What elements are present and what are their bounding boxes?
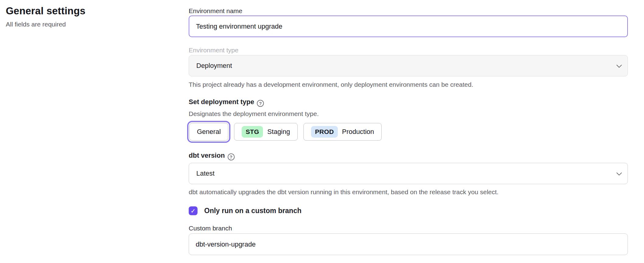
custom-branch-input[interactable] — [189, 233, 628, 255]
page-subtitle: All fields are required — [6, 20, 189, 29]
dbt-version-select[interactable]: Latest — [189, 163, 628, 184]
environment-name-label: Environment name — [189, 7, 628, 15]
environment-type-help: This project already has a development e… — [189, 80, 628, 89]
deployment-type-staging-button[interactable]: STG Staging — [234, 123, 298, 141]
dbt-version-help: dbt automatically upgrades the dbt versi… — [189, 188, 628, 196]
dbt-version-value: Latest — [196, 170, 215, 177]
page-title: General settings — [6, 4, 189, 18]
deployment-type-staging-label: Staging — [267, 128, 290, 136]
environment-settings-form: Environment name Environment type Deploy… — [189, 0, 628, 263]
checkmark-icon: ✓ — [191, 208, 196, 214]
help-icon[interactable]: ? — [257, 100, 264, 107]
custom-branch-toggle-row: ✓ Only run on a custom branch — [189, 206, 628, 215]
help-icon[interactable]: ? — [228, 153, 235, 160]
environment-name-input[interactable] — [189, 16, 628, 37]
staging-badge: STG — [242, 126, 263, 138]
chevron-down-icon — [616, 170, 622, 175]
deployment-type-options: General STG Staging PROD Production — [189, 123, 628, 141]
custom-branch-label: Custom branch — [189, 224, 628, 233]
settings-intro: General settings All fields are required — [0, 0, 189, 263]
chevron-down-icon — [616, 62, 622, 68]
deployment-type-general-button[interactable]: General — [189, 123, 228, 141]
environment-type-value: Deployment — [196, 62, 232, 70]
environment-settings-page: General settings All fields are required… — [0, 0, 644, 263]
deployment-type-description: Designates the deployment environment ty… — [189, 110, 628, 118]
environment-type-select[interactable]: Deployment — [189, 55, 628, 76]
deployment-type-production-button[interactable]: PROD Production — [303, 123, 382, 141]
deployment-type-production-label: Production — [342, 128, 374, 136]
dbt-version-label: dbt version? — [189, 151, 628, 160]
deployment-type-general-label: General — [197, 128, 221, 136]
production-badge: PROD — [311, 126, 338, 138]
custom-branch-checkbox[interactable]: ✓ — [189, 206, 198, 215]
custom-branch-toggle-label: Only run on a custom branch — [204, 207, 301, 215]
environment-type-label: Environment type — [189, 46, 628, 54]
deployment-type-label: Set deployment type? — [189, 97, 628, 107]
